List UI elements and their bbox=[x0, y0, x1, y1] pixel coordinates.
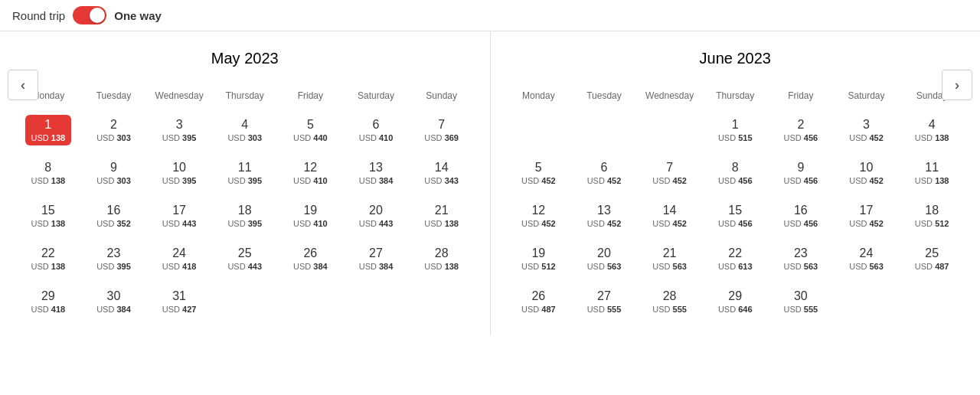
price-value: 303 bbox=[116, 133, 130, 142]
table-row[interactable]: 28USD 138 bbox=[409, 237, 475, 280]
table-row[interactable]: 21USD 563 bbox=[637, 237, 703, 280]
table-row[interactable]: 9USD 303 bbox=[81, 152, 147, 194]
table-row[interactable]: 13USD 384 bbox=[343, 152, 409, 194]
day-number: 4 bbox=[913, 118, 950, 132]
prev-icon: ‹ bbox=[21, 77, 25, 93]
day-price: USD 555 bbox=[782, 305, 819, 314]
header: Round trip One way bbox=[0, 0, 980, 31]
day-price: USD 418 bbox=[161, 262, 198, 271]
weekday-header: Wednesday bbox=[637, 86, 703, 109]
table-row[interactable]: 25USD 443 bbox=[212, 237, 278, 280]
table-row[interactable]: 24USD 418 bbox=[146, 237, 212, 280]
table-row[interactable]: 12USD 452 bbox=[506, 194, 572, 237]
day-number: 19 bbox=[520, 246, 557, 260]
table-row[interactable]: 24USD 563 bbox=[834, 237, 900, 280]
table-row[interactable]: 30USD 384 bbox=[81, 280, 147, 323]
table-row[interactable]: 3USD 452 bbox=[834, 109, 900, 152]
day-number: 2 bbox=[95, 118, 132, 132]
table-row[interactable]: 22USD 138 bbox=[15, 237, 81, 280]
table-row[interactable]: 4USD 303 bbox=[212, 109, 278, 152]
table-row[interactable]: 20USD 443 bbox=[343, 194, 409, 237]
table-row[interactable]: 6USD 452 bbox=[571, 152, 637, 194]
table-row[interactable]: 22USD 613 bbox=[702, 237, 768, 280]
table-row[interactable]: 29USD 646 bbox=[702, 280, 768, 323]
table-row[interactable]: 19USD 512 bbox=[506, 237, 572, 280]
table-row[interactable]: 7USD 369 bbox=[409, 109, 475, 152]
day-number: 21 bbox=[423, 204, 460, 217]
table-row[interactable]: 20USD 563 bbox=[571, 237, 637, 280]
table-row[interactable]: 23USD 563 bbox=[768, 237, 834, 280]
table-row[interactable]: 25USD 487 bbox=[899, 237, 965, 280]
prev-month-button[interactable]: ‹ bbox=[8, 70, 38, 100]
table-row[interactable]: 11USD 395 bbox=[212, 152, 278, 194]
next-month-button[interactable]: › bbox=[942, 70, 972, 100]
table-row[interactable]: 16USD 456 bbox=[768, 194, 834, 237]
table-row[interactable]: 15USD 456 bbox=[702, 194, 768, 237]
price-value: 443 bbox=[182, 219, 196, 228]
table-row[interactable]: 2USD 456 bbox=[768, 109, 834, 152]
table-row[interactable]: 30USD 555 bbox=[768, 280, 834, 323]
day-number: 30 bbox=[782, 289, 819, 303]
price-value: 395 bbox=[182, 176, 196, 185]
day-number: 13 bbox=[586, 204, 622, 217]
table-row[interactable]: 9USD 456 bbox=[768, 152, 834, 194]
table-row[interactable]: 5USD 440 bbox=[278, 109, 344, 152]
day-price: USD 563 bbox=[848, 262, 885, 271]
day-number: 4 bbox=[227, 118, 263, 132]
table-row[interactable]: 12USD 410 bbox=[278, 152, 344, 194]
trip-toggle[interactable] bbox=[73, 6, 106, 24]
price-value: 555 bbox=[804, 305, 818, 314]
price-value: 343 bbox=[445, 176, 459, 185]
table-row[interactable]: 16USD 352 bbox=[81, 194, 147, 237]
table-row[interactable]: 19USD 410 bbox=[278, 194, 344, 237]
price-value: 138 bbox=[445, 219, 459, 228]
table-row[interactable]: 3USD 395 bbox=[146, 109, 212, 152]
table-row[interactable]: 1USD 138 bbox=[15, 109, 81, 152]
table-row[interactable]: 21USD 138 bbox=[409, 194, 475, 237]
table-row[interactable]: 4USD 138 bbox=[899, 109, 965, 152]
table-row[interactable]: 14USD 452 bbox=[637, 194, 703, 237]
table-row[interactable]: 17USD 452 bbox=[834, 194, 900, 237]
day-price: USD 395 bbox=[227, 176, 263, 185]
table-row[interactable]: 29USD 418 bbox=[15, 280, 81, 323]
table-row[interactable]: 2USD 303 bbox=[81, 109, 147, 152]
table-row[interactable]: 5USD 452 bbox=[506, 152, 572, 194]
table-row[interactable]: 14USD 343 bbox=[409, 152, 475, 194]
may-calendar: ‹ May 2023 MondayTuesdayWednesdayThursda… bbox=[0, 31, 491, 335]
price-value: 369 bbox=[445, 133, 459, 142]
table-row[interactable]: 1USD 515 bbox=[702, 109, 768, 152]
table-row[interactable]: 10USD 395 bbox=[146, 152, 212, 194]
price-value: 138 bbox=[51, 219, 65, 228]
table-row[interactable]: 23USD 395 bbox=[81, 237, 147, 280]
table-row[interactable]: 18USD 512 bbox=[899, 194, 965, 237]
table-row[interactable]: 17USD 443 bbox=[146, 194, 212, 237]
table-row[interactable]: 7USD 452 bbox=[637, 152, 703, 194]
price-value: 410 bbox=[313, 219, 327, 228]
day-price: USD 352 bbox=[95, 219, 132, 228]
table-row[interactable]: 26USD 384 bbox=[278, 237, 344, 280]
table-row[interactable]: 18USD 395 bbox=[212, 194, 278, 237]
day-price: USD 555 bbox=[652, 305, 688, 314]
table-row[interactable]: 27USD 384 bbox=[343, 237, 409, 280]
price-value: 613 bbox=[738, 262, 752, 271]
table-row[interactable]: 13USD 452 bbox=[571, 194, 637, 237]
day-number: 28 bbox=[652, 289, 688, 303]
table-row[interactable]: 28USD 555 bbox=[637, 280, 703, 323]
table-row[interactable]: 6USD 410 bbox=[343, 109, 409, 152]
day-number: 18 bbox=[227, 204, 263, 217]
weekday-header: Wednesday bbox=[146, 86, 212, 109]
weekday-header: Thursday bbox=[702, 86, 768, 109]
table-row[interactable]: 15USD 138 bbox=[15, 194, 81, 237]
weekday-header: Friday bbox=[278, 86, 344, 109]
table-row[interactable]: 26USD 487 bbox=[506, 280, 572, 323]
table-row[interactable]: 10USD 452 bbox=[834, 152, 900, 194]
table-row[interactable]: 27USD 555 bbox=[571, 280, 637, 323]
table-row[interactable]: 8USD 456 bbox=[702, 152, 768, 194]
table-row[interactable]: 11USD 138 bbox=[899, 152, 965, 194]
price-value: 512 bbox=[935, 219, 949, 228]
price-value: 563 bbox=[804, 262, 818, 271]
price-value: 452 bbox=[541, 219, 555, 228]
table-row[interactable]: 8USD 138 bbox=[15, 152, 81, 194]
table-row[interactable]: 31USD 427 bbox=[146, 280, 212, 323]
price-value: 563 bbox=[869, 262, 883, 271]
